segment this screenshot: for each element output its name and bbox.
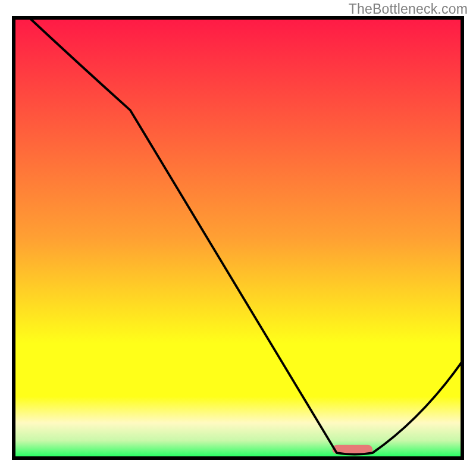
chart-frame: TheBottleneck.com	[0, 0, 476, 476]
plot-area	[14, 18, 462, 458]
attribution-text: TheBottleneck.com	[349, 1, 468, 17]
bottleneck-chart	[0, 0, 476, 476]
